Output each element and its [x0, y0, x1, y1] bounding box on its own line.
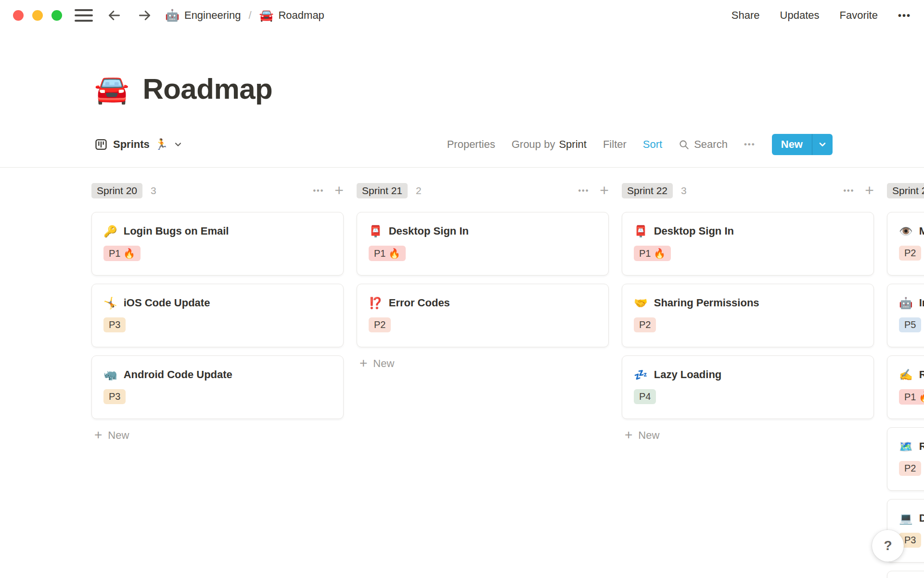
topbar-actions: ShareUpdatesFavorite•••	[732, 9, 911, 22]
priority-badge-p4: P4	[634, 389, 656, 404]
breadcrumb-label: Roadmap	[278, 9, 324, 22]
card-emoji-icon: 💻	[899, 513, 913, 524]
card-title-row: 💤Lazy Loading	[634, 368, 862, 381]
priority-badge-p3: P3	[103, 317, 126, 332]
card[interactable]: 🦏Android Code UpdateP3	[91, 355, 344, 419]
favorite-button[interactable]: Favorite	[840, 9, 878, 22]
card-emoji-icon: 🤝	[634, 298, 648, 309]
search-button[interactable]: Search	[679, 138, 728, 151]
zoom-window-icon[interactable]	[51, 10, 62, 21]
card[interactable]	[887, 571, 924, 578]
new-dropdown-button[interactable]	[812, 134, 833, 155]
view-tab-label: Sprints	[113, 138, 150, 151]
board-column-sprint-20: Sprint 203•••+🔑Login Bugs on EmailP1 🔥🤸i…	[91, 182, 344, 578]
column-actions: •••+	[313, 184, 344, 198]
card-title-row: 👁️M	[899, 225, 924, 237]
column-name-pill[interactable]: Sprint 22	[622, 183, 673, 198]
card-title-text: Error Codes	[389, 297, 450, 309]
board-view-icon	[94, 138, 108, 151]
group-by-label: Group by	[512, 138, 555, 150]
filter-button[interactable]: Filter	[603, 138, 627, 151]
page-icon-car-emoji[interactable]: 🚘	[94, 75, 129, 103]
card-title-row: ⁉️Error Codes	[369, 297, 597, 309]
card-title-text: Desktop Sign In	[389, 225, 469, 237]
card-title-row: 📮Desktop Sign In	[369, 225, 597, 237]
column-add-card-icon[interactable]: +	[865, 183, 874, 198]
column-name-pill[interactable]: Sprint 23	[887, 183, 924, 198]
card[interactable]: 🗺️RP2	[887, 427, 924, 491]
card[interactable]: ✍️RP1 🔥	[887, 355, 924, 419]
help-button[interactable]: ?	[872, 530, 904, 562]
share-button[interactable]: Share	[732, 9, 760, 22]
close-window-icon[interactable]	[13, 10, 24, 21]
card[interactable]: 🤖InP5	[887, 284, 924, 347]
board-column-sprint-22: Sprint 223•••+📮Desktop Sign InP1 🔥🤝Shari…	[622, 182, 874, 578]
breadcrumb-item-roadmap[interactable]: 🚘Roadmap	[259, 9, 324, 22]
minimize-window-icon[interactable]	[32, 10, 43, 21]
column-card-count: 3	[681, 185, 687, 197]
chevron-down-icon	[818, 140, 827, 149]
board-column-sprint-23: Sprint 23•••+👁️MP2🤖InP5✍️RP1 🔥🗺️RP2💻DP3	[887, 182, 924, 578]
card[interactable]: ⁉️Error CodesP2	[357, 284, 609, 347]
forward-arrow-icon[interactable]	[135, 6, 154, 25]
chevron-down-icon	[173, 140, 183, 149]
toolbar-more-icon[interactable]: •••	[744, 140, 756, 149]
add-card-label: New	[638, 429, 659, 442]
tab-sprints-view[interactable]: Sprints 🏃	[91, 136, 186, 153]
sort-button[interactable]: Sort	[643, 138, 662, 151]
back-arrow-icon[interactable]	[104, 6, 124, 25]
breadcrumb-item-engineering[interactable]: 🤖Engineering	[165, 9, 241, 22]
card[interactable]: 💤Lazy LoadingP4	[622, 355, 874, 419]
card-title-row: 🤖In	[899, 297, 924, 309]
card-title-text: In	[919, 297, 924, 309]
sidebar-menu-icon[interactable]	[75, 9, 93, 22]
add-card-button[interactable]: +New	[622, 429, 874, 442]
card[interactable]: 🤝Sharing PermissionsP2	[622, 284, 874, 347]
search-icon	[679, 139, 690, 150]
new-button[interactable]: New	[772, 134, 833, 155]
priority-badge-p2: P2	[899, 461, 921, 476]
breadcrumb: 🤖Engineering/🚘Roadmap	[165, 9, 324, 22]
card-title-row: 🤸iOS Code Update	[103, 297, 332, 309]
card-title-row: 🤝Sharing Permissions	[634, 297, 862, 309]
group-by-button[interactable]: Group bySprint	[512, 138, 587, 151]
column-more-icon[interactable]: •••	[578, 186, 590, 195]
runner-emoji-icon: 🏃	[155, 138, 168, 151]
breadcrumb-emoji-icon: 🤖	[165, 9, 180, 22]
updates-button[interactable]: Updates	[780, 9, 820, 22]
card[interactable]: 📮Desktop Sign InP1 🔥	[357, 212, 609, 276]
column-name-pill[interactable]: Sprint 21	[357, 183, 408, 198]
topbar-more-icon[interactable]: •••	[898, 10, 911, 21]
card-title-text: Android Code Update	[124, 368, 232, 381]
card[interactable]: 📮Desktop Sign InP1 🔥	[622, 212, 874, 276]
column-header: Sprint 23•••+	[887, 182, 924, 199]
properties-button[interactable]: Properties	[447, 138, 495, 151]
column-header: Sprint 223•••+	[622, 182, 874, 199]
priority-badge-p3: P3	[103, 389, 126, 404]
card-emoji-icon: ⁉️	[369, 298, 383, 309]
column-add-card-icon[interactable]: +	[600, 183, 609, 198]
toolbar-controls: Properties Group bySprint Filter Sort Se…	[447, 134, 833, 155]
card[interactable]: 🔑Login Bugs on EmailP1 🔥	[91, 212, 344, 276]
window-topbar: 🤖Engineering/🚘Roadmap ShareUpdatesFavori…	[0, 0, 924, 31]
add-card-button[interactable]: +New	[357, 357, 609, 370]
card-title-row: 🗺️R	[899, 440, 924, 453]
traffic-lights	[13, 10, 62, 21]
card-emoji-icon: 💤	[634, 369, 648, 381]
view-toolbar: Sprints 🏃 Properties Group bySprint Filt…	[91, 133, 833, 156]
card-title-text: Lazy Loading	[654, 368, 722, 381]
column-more-icon[interactable]: •••	[313, 186, 324, 195]
add-card-button[interactable]: +New	[91, 429, 344, 442]
page-title-text[interactable]: Roadmap	[142, 72, 272, 105]
column-add-card-icon[interactable]: +	[334, 183, 344, 198]
column-card-count: 3	[151, 185, 156, 197]
column-more-icon[interactable]: •••	[844, 186, 855, 195]
card[interactable]: 🤸iOS Code UpdateP3	[91, 284, 344, 347]
priority-badge-p1: P1 🔥	[369, 246, 406, 261]
card-emoji-icon: 🗺️	[899, 441, 913, 452]
column-name-pill[interactable]: Sprint 20	[91, 183, 142, 198]
new-button-label[interactable]: New	[772, 134, 812, 155]
card[interactable]: 👁️MP2	[887, 212, 924, 276]
column-header: Sprint 203•••+	[91, 182, 344, 199]
priority-badge-p2: P2	[899, 246, 921, 261]
